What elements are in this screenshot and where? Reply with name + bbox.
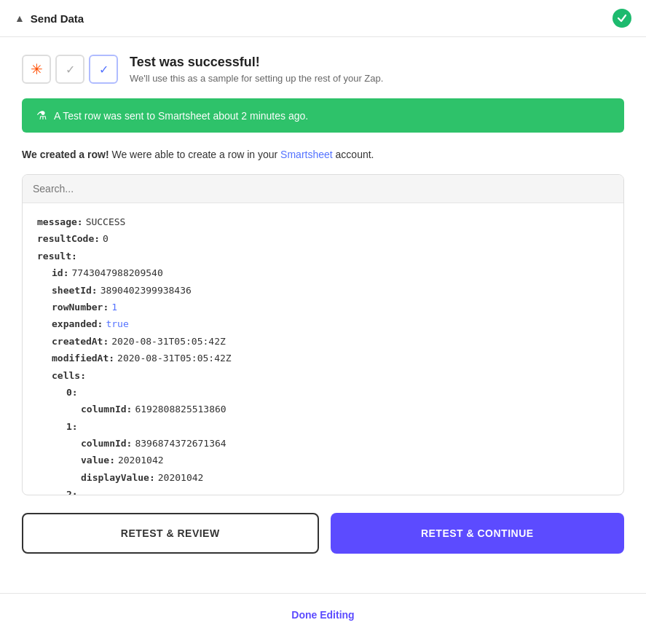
data-row: resultCode: 0 [37,230,609,247]
key-modifiedat: modifiedAt: [52,350,114,366]
top-bar-left: ▲ Send Data [15,12,84,25]
collapse-icon[interactable]: ▲ [15,12,25,24]
key-createdat: createdAt: [52,333,109,350]
data-row: message: SUCCESS [37,213,609,230]
val-createdat: 2020-08-31T05:05:42Z [111,333,226,350]
top-bar: ▲ Send Data [0,0,646,37]
key-columnid0: columnId: [81,401,132,417]
done-editing-link[interactable]: Done Editing [291,609,354,621]
step-icons: ✳ ✓ ✓ [22,55,118,84]
val-expanded: true [106,315,128,332]
data-row: id: 7743047988209540 [37,264,609,281]
data-row: sheetId: 3890402399938436 [37,282,609,299]
result-text: We were able to create a row in your Sma… [111,149,374,160]
data-row: expanded: true [37,315,609,332]
data-row: rowNumber: 1 [37,299,609,315]
val-rownumber: 1 [111,299,117,315]
retest-review-button[interactable]: RETEST & REVIEW [22,513,319,554]
val-modifiedat: 2020-08-31T05:05:42Z [117,350,232,366]
key-sheetid: sheetId: [52,282,98,299]
section-title: Send Data [31,12,84,25]
data-row: columnId: 6192808825513860 [37,401,609,417]
val-value1: 20201042 [118,452,164,468]
result-bold: We created a row! [22,149,109,160]
success-subtitle: We'll use this as a sample for setting u… [130,73,383,84]
alert-text: A Test row was sent to Smartsheet about … [54,110,308,122]
key-result: result: [37,248,77,264]
check-blue-icon: ✓ [89,55,118,84]
data-row: columnId: 8396874372671364 [37,435,609,452]
data-row: createdAt: 2020-08-31T05:05:42Z [37,333,609,350]
data-row: value: 20201042 [37,452,609,468]
val-columnid1: 8396874372671364 [135,435,226,452]
val-message: SUCCESS [86,213,126,230]
success-text: Test was successful! We'll use this as a… [130,55,383,84]
val-columnid0: 6192808825513860 [135,401,226,417]
key-cell0: 0: [66,384,78,401]
data-row: 1: [37,418,609,435]
success-indicator [612,9,631,28]
data-row: displayValue: 20201042 [37,469,609,486]
search-bar [23,175,623,203]
data-row: 2: [37,486,609,495]
smartsheet-link[interactable]: Smartsheet [280,149,333,160]
retest-continue-button[interactable]: RETEST & CONTINUE [331,513,625,554]
key-value1: value: [81,452,115,468]
val-resultcode: 0 [103,230,109,247]
data-row: cells: [37,367,609,384]
success-header: ✳ ✓ ✓ Test was successful! We'll use thi… [22,55,624,84]
key-displayvalue1: displayValue: [81,469,155,486]
main-content: ✳ ✓ ✓ Test was successful! We'll use thi… [0,37,646,593]
key-resultcode: resultCode: [37,230,100,247]
data-panel: message: SUCCESS resultCode: 0 result: i… [22,174,624,495]
bottom-bar: Done Editing [0,593,646,636]
data-content[interactable]: message: SUCCESS resultCode: 0 result: i… [23,203,623,495]
success-title: Test was successful! [130,55,383,70]
data-row: 0: [37,384,609,401]
key-id: id: [52,264,68,281]
key-cell2: 2: [66,486,78,495]
key-cells: cells: [52,367,86,384]
key-cell1: 1: [66,418,78,435]
val-displayvalue1: 20201042 [158,469,204,486]
trigger-icon: ✳ [22,55,51,84]
val-sheetid: 3890402399938436 [101,282,192,299]
key-columnid1: columnId: [81,435,132,452]
check-outline-icon: ✓ [55,55,84,84]
data-row: modifiedAt: 2020-08-31T05:05:42Z [37,350,609,366]
key-message: message: [37,213,83,230]
button-row: RETEST & REVIEW RETEST & CONTINUE [22,513,624,554]
alert-icon: ⚗ [36,109,47,122]
result-description: We created a row! We were able to create… [22,147,624,162]
key-rownumber: rowNumber: [52,299,109,315]
key-expanded: expanded: [52,315,103,332]
alert-banner: ⚗ A Test row was sent to Smartsheet abou… [22,98,624,133]
data-row: result: [37,248,609,264]
val-id: 7743047988209540 [71,264,162,281]
search-input[interactable] [33,183,613,195]
